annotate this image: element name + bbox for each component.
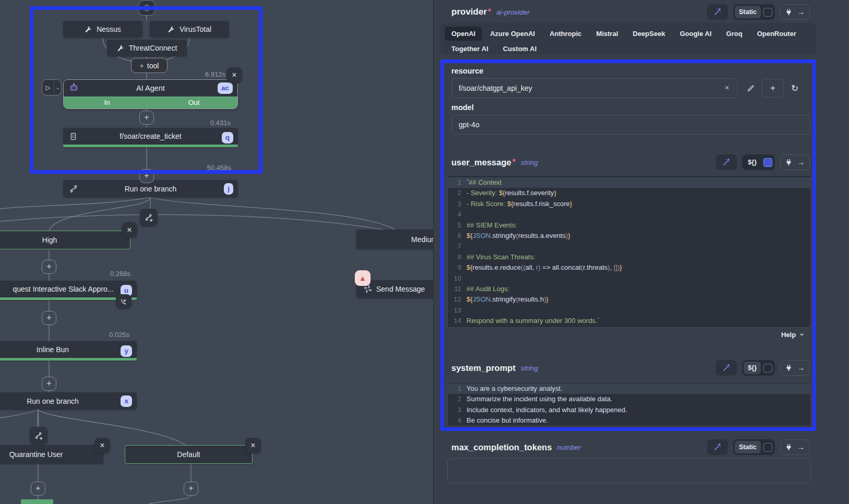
flow-input-node[interactable] <box>138 0 155 16</box>
node-label: Send Message <box>376 285 425 293</box>
provider-tab-openai[interactable]: OpenAI <box>445 27 482 41</box>
insert-step-button[interactable] <box>31 482 45 496</box>
max-tokens-header: max_completion_tokens number Static <box>451 439 810 455</box>
expression-mode-option[interactable] <box>762 441 773 453</box>
input-mode-toggle[interactable]: Static <box>733 439 775 455</box>
node-threatconnect[interactable]: ThreatConnect <box>107 40 187 56</box>
suspend-approval-button[interactable] <box>116 294 131 309</box>
expression-mode-option[interactable] <box>762 362 773 374</box>
provider-tab-anthropic[interactable]: Anthropic <box>543 27 588 41</box>
insert-step-button[interactable] <box>42 260 56 274</box>
agent-inout-bar[interactable]: In Out <box>64 96 237 109</box>
required-asterisk: * <box>488 7 491 17</box>
ai-fill-button[interactable] <box>707 439 728 455</box>
provider-tab-together-ai[interactable]: Together AI <box>445 42 495 56</box>
resource-input[interactable] <box>451 78 737 98</box>
node-run-one-branch-2[interactable]: Run one branch x <box>0 392 137 410</box>
provider-tab-groq[interactable]: Groq <box>720 27 749 41</box>
connect-io-buttons[interactable] <box>780 439 810 455</box>
remove-branch-button[interactable] <box>122 222 137 238</box>
insert-step-button[interactable] <box>42 377 56 391</box>
provider-tab-deepseek[interactable]: DeepSeek <box>626 27 672 41</box>
node-inline-bun[interactable]: Inline Bun y <box>0 341 137 361</box>
help-label[interactable]: Help <box>781 331 796 339</box>
code-editor-user-message[interactable]: 1`## Context2- Severity: ${results.f.sev… <box>447 175 811 328</box>
run-step-button[interactable]: ▷ ⌄ <box>42 79 62 95</box>
model-input[interactable] <box>451 115 810 135</box>
ai-fill-button[interactable] <box>707 4 728 20</box>
remove-node-button[interactable] <box>226 67 242 83</box>
max-tokens-input[interactable] <box>447 458 811 483</box>
node-label: quest Interactive Slack Appro... <box>13 285 114 293</box>
provider-tab-google-ai[interactable]: Google AI <box>673 27 719 41</box>
help-dropdown[interactable]: Help <box>781 331 805 339</box>
step-id-badge: q <box>222 131 233 143</box>
connect-io-buttons[interactable] <box>780 360 810 376</box>
node-ai-agent[interactable]: AI Agent ac In Out <box>63 79 238 109</box>
remove-branch-button[interactable] <box>245 438 261 453</box>
input-mode-toggle[interactable]: Static <box>733 4 775 20</box>
edit-resource-button[interactable] <box>747 85 755 92</box>
add-tool-button[interactable]: + tool <box>131 58 168 73</box>
provider-tab-openrouter[interactable]: OpenRouter <box>750 27 803 41</box>
field-type: string <box>521 159 538 166</box>
code-editor-system-prompt[interactable]: 1You are a cybersecurity analyst.2Summar… <box>447 382 811 426</box>
static-mode-option[interactable]: Static <box>735 6 761 18</box>
play-icon[interactable]: ▷ <box>42 80 54 95</box>
ai-fill-button[interactable] <box>716 154 737 170</box>
user-message-header: user_message* string ${} <box>451 154 810 170</box>
connect-io-buttons[interactable] <box>780 4 810 20</box>
function-icon <box>763 443 772 452</box>
node-branch-default[interactable]: Default <box>125 445 253 464</box>
wrench-icon <box>117 44 125 52</box>
slack-icon <box>364 285 372 293</box>
add-branch-button[interactable] <box>30 427 47 445</box>
duration-label: 0.025s <box>88 331 129 339</box>
ai-fill-button[interactable] <box>716 360 737 376</box>
node-label: Run one branch <box>27 397 79 405</box>
provider-tabs: OpenAIAzure OpenAIAnthropicMistralDeepSe… <box>440 23 816 54</box>
provider-tab-azure-openai[interactable]: Azure OpenAI <box>483 27 542 41</box>
field-type: ai-provider <box>496 8 530 16</box>
template-mode-option[interactable]: ${} <box>744 362 761 374</box>
node-branch-high[interactable]: High <box>0 231 130 249</box>
connect-io-buttons[interactable] <box>780 154 810 170</box>
static-mode-option[interactable]: Static <box>735 441 761 453</box>
chevron-down-icon[interactable]: ⌄ <box>54 80 61 95</box>
wand-icon <box>722 158 731 166</box>
add-resource-button[interactable] <box>762 79 784 98</box>
phone-incoming-icon <box>120 298 127 305</box>
refresh-resources-button[interactable] <box>791 83 798 94</box>
insert-step-button[interactable] <box>139 169 154 183</box>
remove-branch-button[interactable] <box>94 438 110 453</box>
wand-icon <box>713 443 722 451</box>
clear-resource-icon[interactable] <box>725 83 729 92</box>
node-virustotal[interactable]: VirusTotal <box>150 21 229 38</box>
expression-mode-option[interactable] <box>762 156 773 169</box>
agent-out-label[interactable]: Out <box>151 97 238 109</box>
node-branch-medium[interactable]: Medium <box>356 230 433 249</box>
node-create-ticket[interactable]: f/soar/create_ticket q <box>63 128 238 147</box>
node-quarantine-user[interactable]: Quarantine User <box>0 445 103 464</box>
provider-tab-custom-ai[interactable]: Custom AI <box>496 42 544 56</box>
node-nessus[interactable]: Nessus <box>63 21 142 38</box>
template-mode-option[interactable]: ${} <box>744 156 761 169</box>
field-name: max_completion_tokens <box>451 442 552 452</box>
insert-step-button[interactable] <box>139 111 154 125</box>
plug-icon <box>785 443 792 451</box>
tool-label: tool <box>147 62 159 70</box>
input-mode-toggle[interactable]: ${} <box>742 360 775 376</box>
input-mode-toggle[interactable]: ${} <box>742 154 775 170</box>
insert-step-button[interactable] <box>42 311 56 325</box>
flow-canvas[interactable]: Nessus VirusTotal ThreatConnect + tool 6… <box>0 0 433 504</box>
provider-tab-mistral[interactable]: Mistral <box>590 27 625 41</box>
agent-in-label[interactable]: In <box>64 97 151 109</box>
expression-mode-option[interactable] <box>762 6 773 18</box>
node-label: Nessus <box>97 25 121 33</box>
node-label: Medium <box>411 235 433 244</box>
branch-plus-icon <box>34 431 43 440</box>
add-branch-button[interactable] <box>140 209 158 226</box>
step-id-badge: j <box>224 183 233 194</box>
flow-input-icon <box>145 5 149 11</box>
insert-step-button[interactable] <box>184 482 198 496</box>
